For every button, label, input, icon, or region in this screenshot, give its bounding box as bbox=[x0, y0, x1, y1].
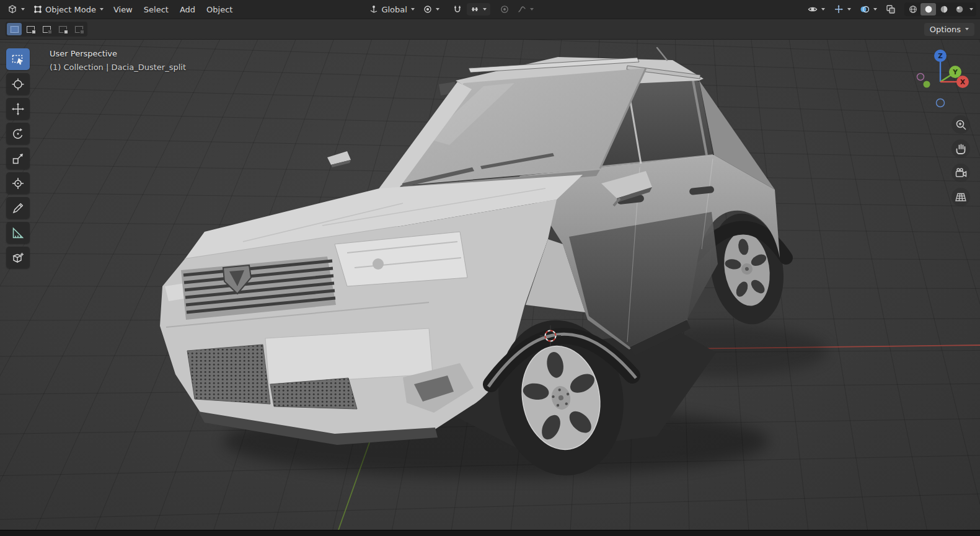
shading-mode-group bbox=[904, 2, 976, 16]
viewport-overlay-text: User Perspective (1) Collection | Dacia_… bbox=[50, 47, 186, 74]
chevron-down-icon bbox=[821, 8, 825, 11]
axis-y-negative[interactable] bbox=[924, 81, 930, 88]
select-mode-set[interactable] bbox=[7, 23, 22, 35]
tool-select-box[interactable] bbox=[6, 48, 30, 70]
overlays-icon bbox=[860, 4, 870, 14]
toggle-projection-button[interactable] bbox=[951, 188, 970, 206]
eye-icon bbox=[808, 4, 818, 14]
axis-x-negative[interactable] bbox=[917, 74, 924, 81]
tool-annotate[interactable] bbox=[6, 197, 30, 219]
shading-wireframe-button[interactable] bbox=[905, 3, 920, 15]
chevron-down-icon bbox=[847, 8, 851, 11]
menu-add[interactable]: Add bbox=[175, 2, 200, 17]
header-left: Object Mode View Select Add Object bbox=[4, 2, 237, 17]
falloff-curve-icon bbox=[518, 5, 526, 14]
chevron-down-icon bbox=[530, 8, 534, 11]
tool-rotate[interactable] bbox=[6, 123, 30, 144]
viewport-canvas[interactable]: User Perspective (1) Collection | Dacia_… bbox=[0, 40, 980, 530]
viewport-nav-buttons bbox=[951, 115, 970, 206]
tool-measure[interactable] bbox=[6, 222, 30, 244]
magnet-icon bbox=[453, 5, 462, 14]
viewport-header: Object Mode View Select Add Object Globa… bbox=[0, 0, 980, 19]
select-mode-intersect[interactable] bbox=[71, 23, 86, 35]
toolbar bbox=[6, 48, 30, 268]
car-model bbox=[0, 40, 980, 530]
rendered-shading-icon bbox=[955, 5, 964, 14]
snap-target-selector[interactable] bbox=[467, 3, 490, 15]
navigation-gizmo[interactable]: Z Y X bbox=[916, 43, 969, 112]
transform-orientation-icon bbox=[369, 5, 378, 14]
solid-shading-icon bbox=[924, 5, 933, 14]
zoom-button[interactable] bbox=[951, 115, 970, 134]
chevron-down-icon bbox=[100, 8, 104, 11]
chevron-down-icon bbox=[965, 28, 969, 30]
axis-y-label: Y bbox=[952, 68, 958, 76]
select-mode-group bbox=[6, 22, 87, 37]
mode-selector[interactable]: Object Mode bbox=[30, 3, 107, 16]
options-button[interactable]: Options bbox=[924, 23, 974, 36]
transform-orientation-selector[interactable]: Global bbox=[366, 3, 418, 16]
select-mode-invert[interactable] bbox=[55, 23, 70, 35]
3d-viewport-editor-icon bbox=[7, 4, 17, 14]
proportional-editing-icon bbox=[500, 5, 509, 14]
view-perspective-label: User Perspective bbox=[50, 47, 186, 61]
shading-rendered-button[interactable] bbox=[951, 3, 967, 15]
tool-scale[interactable] bbox=[6, 147, 30, 169]
proportional-falloff-selector[interactable] bbox=[514, 3, 537, 15]
shading-solid-button[interactable] bbox=[920, 3, 936, 15]
menu-view[interactable]: View bbox=[108, 2, 138, 17]
material-preview-icon bbox=[940, 5, 948, 14]
shading-material-button[interactable] bbox=[936, 3, 951, 15]
status-bar bbox=[0, 530, 980, 536]
pivot-point-icon bbox=[423, 5, 432, 14]
axis-z-negative[interactable] bbox=[937, 99, 945, 107]
menu-select[interactable]: Select bbox=[139, 2, 174, 17]
active-object-label: (1) Collection | Dacia_Duster_split bbox=[50, 61, 186, 74]
select-mode-extend[interactable] bbox=[23, 23, 38, 35]
toggle-xray-icon bbox=[886, 4, 896, 14]
menu-object[interactable]: Object bbox=[201, 2, 237, 17]
tool-transform[interactable] bbox=[6, 172, 30, 194]
blender-window: Object Mode View Select Add Object Globa… bbox=[0, 0, 980, 536]
chevron-down-icon bbox=[411, 8, 415, 11]
options-label: Options bbox=[930, 25, 961, 34]
tool-add-cube[interactable] bbox=[6, 247, 30, 268]
chevron-down-icon bbox=[873, 8, 877, 11]
axis-x-label: X bbox=[960, 78, 965, 86]
wireframe-icon bbox=[909, 5, 917, 14]
chevron-down-icon bbox=[436, 8, 439, 11]
overlays-toggle[interactable] bbox=[856, 2, 881, 16]
pivot-point-selector[interactable] bbox=[420, 3, 443, 15]
object-mode-icon bbox=[33, 5, 42, 14]
tool-cursor[interactable] bbox=[6, 73, 30, 95]
mode-label: Object Mode bbox=[45, 5, 96, 14]
tool-move[interactable] bbox=[6, 98, 30, 120]
chevron-down-icon bbox=[969, 8, 973, 11]
editor-type-selector[interactable] bbox=[4, 2, 29, 16]
axis-z-label: Z bbox=[938, 52, 943, 59]
header-right bbox=[804, 2, 976, 16]
hand-pan-button[interactable] bbox=[951, 139, 970, 158]
tool-settings-bar: Options bbox=[0, 19, 980, 40]
proportional-editing-toggle[interactable] bbox=[497, 3, 513, 15]
gizmos-toggle[interactable] bbox=[830, 2, 855, 16]
object-visibility-selector[interactable] bbox=[804, 2, 829, 16]
xray-toggle[interactable] bbox=[882, 2, 899, 16]
chevron-down-icon bbox=[21, 8, 25, 11]
gizmo-icon bbox=[834, 4, 844, 14]
snap-with-icon bbox=[470, 5, 479, 14]
orientation-label: Global bbox=[381, 5, 407, 14]
header-center: Global bbox=[366, 3, 537, 16]
camera-view-button[interactable] bbox=[951, 164, 970, 182]
snap-toggle[interactable] bbox=[449, 3, 466, 15]
select-mode-subtract[interactable] bbox=[39, 23, 54, 35]
chevron-down-icon bbox=[483, 8, 487, 11]
